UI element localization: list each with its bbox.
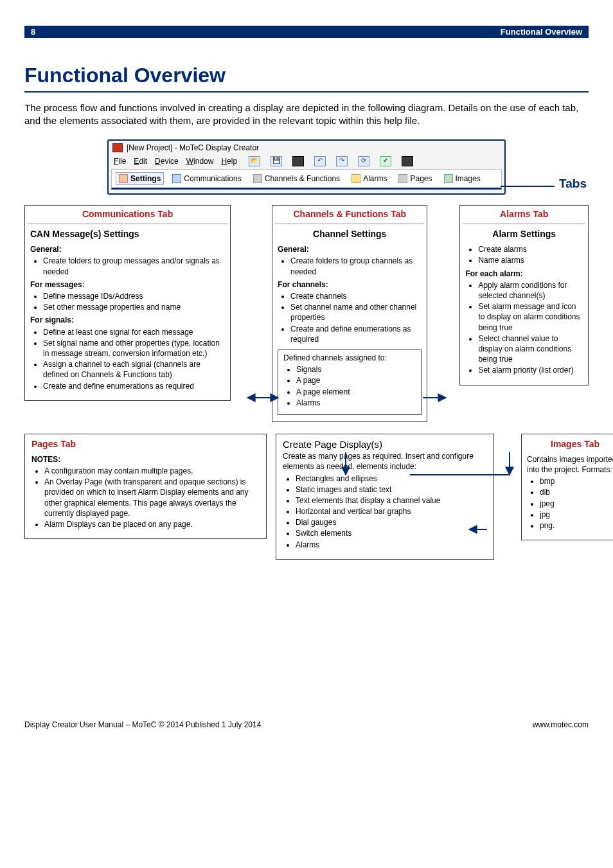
menu-edit[interactable]: Edit xyxy=(134,157,147,166)
channel-settings-heading: Channel Settings xyxy=(278,228,422,240)
chan-general-item: Create folders to group channels as need… xyxy=(290,256,422,276)
toolbar-open-icon[interactable]: 📂 xyxy=(249,156,260,166)
create-item: Dial gauges xyxy=(296,517,487,527)
intro-paragraph: The process flow and functions involved … xyxy=(24,102,589,128)
pages-icon xyxy=(398,174,407,183)
pages-tab-box: Pages Tab NOTES: A configuration may con… xyxy=(24,434,267,539)
menu-help[interactable]: Help xyxy=(221,157,237,166)
header-bar: 8 Functional Overview xyxy=(24,26,589,38)
toolbar-send-icon[interactable] xyxy=(292,156,304,166)
tab-pages[interactable]: Pages xyxy=(395,172,435,185)
alarm-each-item: Set alarm message and icon to display on… xyxy=(478,301,583,333)
menu-device[interactable]: Device xyxy=(155,157,179,166)
alarm-each-item: Set alarm priority (list order) xyxy=(478,365,583,375)
pages-tab-header: Pages Tab xyxy=(31,438,260,450)
footer-right: www.motec.com xyxy=(533,720,589,729)
toolbar-redo-icon[interactable]: ↷ xyxy=(336,156,348,166)
alarms-tab-header: Alarms Tab xyxy=(463,208,585,225)
comm-msg-item: Define message IDs/Address xyxy=(43,291,225,301)
tab-channels-label: Channels & Functions xyxy=(265,174,340,183)
alarm-top-item: Name alarms xyxy=(478,255,583,265)
comm-msg-item: Set other message properties and name xyxy=(43,302,225,312)
tab-pages-label: Pages xyxy=(410,174,432,183)
communications-tab-header: Communications Tab xyxy=(28,208,227,225)
comm-sig-item: Assign a channel to each signal (channel… xyxy=(43,359,225,380)
pages-notes-label: NOTES: xyxy=(31,454,260,465)
menu-file[interactable]: File xyxy=(114,157,126,166)
tabs-callout-line xyxy=(501,186,555,187)
chan-item: Create and define enumerations as requir… xyxy=(290,324,422,344)
tab-communications-label: Communications xyxy=(184,174,241,183)
images-intro: Contains images imported into the projec… xyxy=(527,454,613,475)
process-diagram: Communications Tab CAN Message(s) Settin… xyxy=(24,205,589,560)
tab-alarms-label: Alarms xyxy=(363,174,387,183)
create-item: Text elements that display a channel val… xyxy=(296,495,487,506)
page-footer: Display Creator User Manual – MoTeC © 20… xyxy=(24,720,589,729)
comm-signals-label: For signals: xyxy=(30,315,74,324)
image-format: jpeg xyxy=(540,499,613,509)
tab-communications[interactable]: Communications xyxy=(169,172,244,185)
tabs-callout-label: Tabs xyxy=(559,177,587,191)
can-settings-heading: CAN Message(s) Settings xyxy=(30,228,225,240)
chan-item: Set channel name and other channel prope… xyxy=(290,302,422,323)
tab-images[interactable]: Images xyxy=(441,172,484,185)
chan-channels-label: For channels: xyxy=(278,280,328,289)
tab-channels[interactable]: Channels & Functions xyxy=(250,172,343,185)
page-heading: Functional Overview xyxy=(24,64,589,87)
pages-note: Alarm Displays can be placed on any page… xyxy=(44,519,260,529)
toolbar-check-icon[interactable]: ✔ xyxy=(380,156,391,166)
tab-settings-label: Settings xyxy=(130,174,161,183)
tab-settings[interactable]: Settings xyxy=(116,172,164,185)
image-format: dib xyxy=(540,487,613,497)
image-format: png. xyxy=(540,520,613,531)
create-item: Alarms xyxy=(296,540,487,550)
alarm-top-item: Create alarms xyxy=(478,244,583,254)
alarm-each-item: Apply alarm conditions for selected chan… xyxy=(478,280,583,301)
image-format: jpg xyxy=(540,509,613,520)
comm-sig-item: Define at least one signal for each mess… xyxy=(43,327,225,337)
comm-general-item: Create folders to group messages and/or … xyxy=(43,256,225,276)
create-item: Switch elements xyxy=(296,528,487,538)
page-number: 8 xyxy=(31,27,35,37)
comm-sig-item: Create and define enumerations as requir… xyxy=(43,381,225,391)
assign-item: A page xyxy=(296,375,416,385)
app-icon xyxy=(112,143,123,152)
channels-tab-header: Channels & Functions Tab xyxy=(275,208,424,225)
communications-icon xyxy=(172,174,181,183)
assign-item: Signals xyxy=(296,364,416,375)
alarm-each-label: For each alarm: xyxy=(465,269,522,278)
assign-item: Alarms xyxy=(296,398,416,408)
create-page-box: Create Page Display(s) Create as many pa… xyxy=(276,434,494,560)
channels-assigned-box: Defined channels assigned to: Signals A … xyxy=(278,350,422,415)
create-page-heading: Create Page Display(s) xyxy=(283,438,487,451)
create-page-intro: Create as many pages as required. Insert… xyxy=(283,451,487,472)
heading-rule xyxy=(24,91,589,93)
image-format: bmp xyxy=(540,476,613,486)
settings-icon xyxy=(119,174,128,183)
images-tab-box: Images Tab Contains images imported into… xyxy=(521,434,613,540)
create-item: Rectangles and ellipses xyxy=(296,474,487,484)
pages-note: A configuration may contain multiple pag… xyxy=(44,466,260,476)
toolbar-refresh-icon[interactable]: ⟳ xyxy=(358,156,369,166)
chan-general-label: General: xyxy=(278,245,309,254)
tab-images-label: Images xyxy=(456,174,481,183)
communications-tab-box: Communications Tab CAN Message(s) Settin… xyxy=(24,205,231,401)
menu-bar: File Edit Device Window Help 📂 💾 ↶ ↷ ⟳ ✔ xyxy=(109,155,504,169)
toolbar-save-icon[interactable]: 💾 xyxy=(271,156,282,166)
alarms-tab-box: Alarms Tab Alarm Settings Create alarms … xyxy=(459,205,589,385)
toolbar-undo-icon[interactable]: ↶ xyxy=(314,156,326,166)
tab-alarms[interactable]: Alarms xyxy=(348,172,390,185)
toolbar-monitor-icon[interactable] xyxy=(402,156,413,166)
create-item: Horizontal and vertical bar graphs xyxy=(296,506,487,517)
channels-tab-box: Channels & Functions Tab Channel Setting… xyxy=(272,205,427,422)
menu-window[interactable]: Window xyxy=(186,157,214,166)
app-titlebar-text: [New Project] - MoTeC Display Creator xyxy=(127,143,259,152)
comm-sig-item: Set signal name and other properties (ty… xyxy=(43,338,225,359)
header-title: Functional Overview xyxy=(501,27,582,37)
pages-note: An Overlay Page (with transparent and op… xyxy=(44,477,260,518)
comm-messages-label: For messages: xyxy=(30,280,85,289)
channels-assigned-label: Defined channels assigned to: xyxy=(283,353,416,363)
footer-left: Display Creator User Manual – MoTeC © 20… xyxy=(24,720,261,729)
assign-item: A page element xyxy=(296,387,416,397)
images-tab-header: Images Tab xyxy=(527,438,613,450)
